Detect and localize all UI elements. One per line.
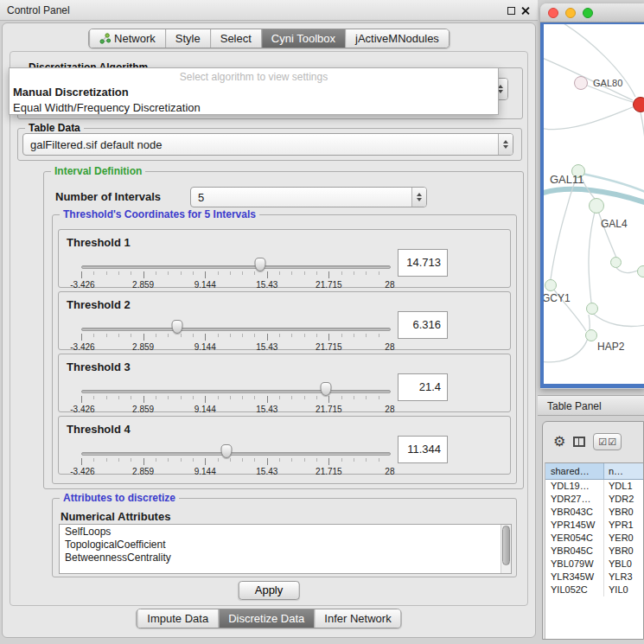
combobox-value: galFiltered.sif default node (23, 134, 498, 155)
table-row[interactable]: YBR043C YBR0 (545, 506, 643, 519)
table-row[interactable]: YLR345W YLR3 (545, 571, 643, 583)
network-window-titlebar[interactable] (540, 3, 644, 22)
cell-shared-name: YDR27… (545, 493, 604, 506)
network-node[interactable] (574, 76, 588, 90)
cell-shared-name: YER054C (545, 532, 604, 545)
float-window-icon[interactable] (507, 7, 515, 15)
scale-tick-label: 28 (385, 280, 394, 290)
network-node[interactable] (585, 329, 597, 341)
slider-track[interactable] (81, 328, 391, 331)
threshold-value-field[interactable]: 6.316 (398, 311, 448, 339)
cell-name: YLR3 (604, 571, 643, 583)
threshold-value-field[interactable]: 21.4 (398, 373, 448, 401)
table-row[interactable]: YPR145W YPR1 (545, 519, 643, 532)
combobox-stepper[interactable] (411, 188, 426, 207)
bottom-tab[interactable]: Infer Network (314, 609, 400, 628)
threshold-value-field[interactable]: 14.713 (398, 249, 448, 277)
dropdown-option[interactable]: Manual Discretization (10, 85, 498, 100)
column-header-name[interactable]: n… (604, 463, 643, 479)
table-data-combobox[interactable]: galFiltered.sif default node (22, 133, 513, 156)
table-row[interactable]: YIL052C YIL0 (545, 583, 643, 596)
cell-name: YBR0 (604, 506, 643, 519)
slider-thumb[interactable] (254, 258, 265, 271)
network-view-frame: GAL80 GAL11 GAL4 GCY1 HAP2 (540, 22, 644, 388)
scale-tick-label: 2.859 (132, 467, 154, 476)
gear-icon[interactable]: ⚙ (553, 435, 565, 449)
attribute-item[interactable]: BetweennessCentrality (60, 551, 511, 564)
table-row[interactable]: YBL079W YBL0 (545, 558, 643, 571)
threshold-label: Threshold 4 (67, 423, 131, 436)
scale-tick-label: 21.715 (316, 405, 342, 414)
network-node[interactable] (637, 265, 644, 277)
column-header-shared-name[interactable]: shared… (545, 463, 604, 479)
cell-shared-name: YDL19… (545, 480, 604, 493)
bottom-tab[interactable]: Impute Data (137, 609, 218, 628)
cyni-toolbox-panel: Discretization Algorithm Table Data galF… (10, 51, 528, 606)
slider-track[interactable] (81, 265, 391, 269)
table-row[interactable]: YBR045C YBR0 (545, 545, 643, 558)
threshold-panel: Threshold 1 -3.426 2.859 9.144 15.43 21.… (58, 229, 511, 288)
select-columns-button[interactable]: ☑ ☑ (593, 433, 622, 450)
panel-title: Control Panel (7, 0, 70, 21)
table-row[interactable]: YDL19… YDL1 (545, 480, 643, 493)
slider-thumb[interactable] (171, 320, 182, 334)
threshold-label: Threshold 2 (67, 298, 131, 311)
network-node[interactable] (586, 303, 598, 315)
cell-shared-name: YIL052C (545, 583, 604, 596)
dropdown-option[interactable]: Equal Width/Frequency Discretization (10, 100, 498, 116)
table-row[interactable]: YER054C YER0 (545, 532, 643, 545)
scale-tick-label: 21.715 (316, 342, 342, 352)
network-node[interactable] (633, 97, 644, 112)
thresholds-group: Threshold's Coordinates for 5 Intervals … (52, 214, 517, 484)
network-node[interactable] (610, 257, 622, 268)
close-icon[interactable] (520, 6, 530, 16)
slider-thumb[interactable] (221, 444, 233, 458)
node-table: shared… n… YDL19… YDL1 YDR27… YDR2 YBR04… (545, 462, 643, 639)
table-toolbar: ⚙ ☑ ☑ (543, 422, 643, 462)
threshold-value-field[interactable]: 11.344 (398, 436, 448, 463)
scrollbar-thumb[interactable] (502, 526, 510, 565)
mac-zoom-icon[interactable] (583, 8, 593, 18)
number-of-intervals-combobox[interactable]: 5 (190, 187, 427, 207)
scale-tick-label: 9.144 (194, 342, 216, 352)
top-tab[interactable]: Select (210, 29, 261, 48)
bottom-tab[interactable]: Discretize Data (218, 609, 314, 628)
slider-track[interactable] (81, 452, 391, 456)
attribute-item[interactable]: SelfLoops (60, 525, 511, 538)
cell-name: YPR1 (604, 519, 643, 532)
top-tab[interactable]: Cyni Toolbox (261, 29, 345, 48)
scale-tick-label: 28 (385, 342, 394, 352)
stepper-up-icon (417, 193, 422, 196)
apply-button[interactable]: Apply (239, 581, 300, 600)
slider-scale: -3.426 2.859 9.144 15.43 21.715 28 (81, 467, 391, 476)
top-tab[interactable]: Style (165, 29, 210, 48)
mac-close-icon[interactable] (548, 8, 558, 18)
slider-ticks (81, 334, 391, 341)
combobox-stepper[interactable] (498, 134, 513, 155)
table-row[interactable]: YDR27… YDR2 (545, 493, 643, 506)
network-canvas[interactable]: GAL80 GAL11 GAL4 GCY1 HAP2 (544, 24, 644, 384)
threshold-slider[interactable]: -3.426 2.859 9.144 15.43 21.715 28 (81, 258, 391, 289)
threshold-slider[interactable]: -3.426 2.859 9.144 15.43 21.715 28 (81, 444, 391, 475)
columns-icon[interactable] (573, 437, 585, 447)
slider-thumb[interactable] (320, 382, 331, 396)
top-tab[interactable]: Network (89, 29, 165, 48)
vertical-scrollbar[interactable] (501, 525, 511, 573)
node-label: HAP2 (597, 341, 624, 353)
tab-label: Network (114, 32, 156, 45)
scale-tick-label: 15.43 (256, 280, 277, 290)
network-node[interactable] (589, 198, 604, 214)
threshold-slider[interactable]: -3.426 2.859 9.144 15.43 21.715 28 (81, 382, 391, 413)
attribute-item[interactable]: TopologicalCoefficient (60, 538, 511, 551)
mac-minimize-icon[interactable] (565, 8, 576, 18)
cell-shared-name: YBR043C (545, 506, 604, 519)
threshold-slider[interactable]: -3.426 2.859 9.144 15.43 21.715 28 (81, 320, 391, 351)
network-node[interactable] (545, 279, 557, 291)
checkbox-icon: ☑ (608, 437, 616, 448)
top-tab[interactable]: jActiveMNodules (345, 29, 449, 48)
stepper-down-icon (417, 198, 422, 201)
scale-tick-label: -3.426 (70, 342, 94, 352)
slider-track[interactable] (81, 390, 391, 393)
group-title: Attributes to discretize (60, 492, 179, 504)
bottom-tab-bar: Impute Data Discretize Data Infer Networ… (136, 609, 401, 628)
